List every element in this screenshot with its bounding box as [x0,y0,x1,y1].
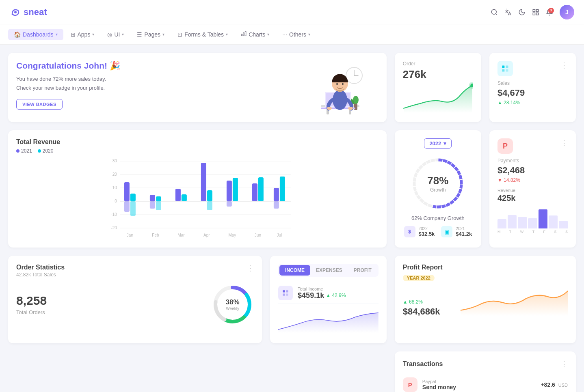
d-txn-menu[interactable]: ⋮ [560,360,568,368]
avatar[interactable]: J [560,5,574,19]
d-order-stats-card: Order Statistics 42.82k Total Sales ⋮ 8,… [8,256,262,343]
d-revenue-legend: 2021 2020 [16,148,379,154]
svg-rect-4 [536,9,539,11]
chevron-down-icon-forms: ▾ [226,32,228,37]
d-sales-menu[interactable]: ⋮ [560,61,568,70]
svg-rect-121 [124,182,130,201]
d-profit-title: Profit Report [403,264,568,271]
d-order-label: Order [403,61,473,67]
d-tab-expenses[interactable]: EXPENSES [310,265,348,276]
notification-badge: 3 [548,8,554,13]
svg-rect-7 [245,32,246,36]
notifications-button[interactable]: 3 [546,9,553,16]
d-growth-card: 2022 ▾ 78% Growth 62% Company Growth $ 2… [395,130,481,248]
d-os-body: 8,258 Total Orders 38% Weekly [16,283,254,326]
svg-rect-6 [536,13,539,15]
menu-label-charts: Charts [249,31,265,38]
translate-button[interactable] [504,9,512,16]
svg-rect-136 [227,201,232,207]
d-payments-trend: ▼ 14.82% [497,177,568,183]
d-os-title: Order Statistics [16,264,65,271]
d-growth-sub: Growth [427,187,448,193]
d-donut-pct: 38% [226,298,240,306]
d-rev-mini-label: Revenue [497,188,568,193]
d-growth-stats: $ 2022 $32.5k ▣ 2021 $41.2k [404,226,472,237]
d-txn-provider-p: Paypal [422,379,456,384]
svg-rect-9 [241,34,242,36]
svg-text:Apr: Apr [203,233,210,237]
svg-rect-157 [283,290,285,292]
d-tab-profit[interactable]: PROFIT [348,265,377,276]
d-os-number: 8,258 [16,294,47,308]
ui-icon: ◎ [107,31,112,38]
d-mini-bar-0 [497,219,506,228]
menu-item-charts[interactable]: Charts ▾ [235,28,275,40]
d-profit-amount: $84,686k [403,306,440,317]
d-txn-action-p: Send money [422,384,456,390]
svg-rect-124 [130,201,136,216]
chevron-down-icon-others: ▾ [308,32,310,37]
svg-point-99 [336,83,338,85]
d-mini-bar-6 [559,221,568,228]
svg-rect-139 [274,188,279,201]
svg-point-101 [327,107,332,110]
d-revenue-title: Total Revenue [16,138,379,146]
svg-rect-134 [227,181,232,201]
svg-point-1 [491,9,496,14]
svg-text:Jul: Jul [277,233,282,237]
d-rev-mini-day-labels: MTWTFSS [497,230,568,234]
d-growth-ring-text: 78% Growth [427,174,448,193]
others-icon: ··· [282,31,287,38]
menu-item-pages[interactable]: ☰ Pages ▾ [131,29,170,40]
charts-icon [241,31,247,38]
menu-item-ui[interactable]: ◎ UI ▾ [102,29,130,40]
d-illustration [305,63,379,122]
svg-text:0: 0 [115,199,117,203]
svg-rect-107 [506,66,508,68]
search-button[interactable] [491,9,498,16]
svg-rect-126 [156,196,161,201]
d-stat-icon-2021: ▣ [441,226,452,237]
d-profit-card: Profit Report YEAR 2022 ▲ 68.2% $84,686k [395,256,576,343]
d-income-value: $459.1k [298,291,324,300]
svg-text:10: 10 [112,185,117,190]
theme-toggle[interactable] [518,9,526,16]
d-payments-label: Payments [497,158,568,164]
menu-item-dashboards[interactable]: 🏠 Dashboards ▾ [8,29,63,40]
menu-item-apps[interactable]: ⊞ Apps ▾ [65,29,100,40]
d-hero-card: Congratulations John! 🎉 You have done 72… [8,53,387,122]
d-sales-label: Sales [497,80,568,86]
d-income-trend: ▲ 42.9% [326,293,346,298]
menu-label-apps: Apps [78,31,91,38]
svg-rect-140 [280,177,285,201]
menu-item-forms[interactable]: ⊡ Forms & Tables ▾ [172,29,234,40]
d-profit-trend: ▲ 68.2% [403,299,440,305]
svg-rect-130 [182,194,187,201]
d-mini-bar-3 [528,218,537,228]
d-txn-row-paypal: P Paypal Send money +82.6 USD [403,373,568,392]
menu-bar: 🏠 Dashboards ▾ ⊞ Apps ▾ ◎ UI ▾ ☰ Pages ▾… [0,24,584,45]
menu-label-others: Others [289,31,306,38]
svg-rect-3 [533,9,535,11]
home-icon: 🏠 [14,31,21,38]
d-txn-title: Transactions [403,360,443,368]
brand-logo[interactable]: sneat [10,6,47,18]
d-txn-header: Transactions ⋮ [403,360,568,368]
svg-rect-5 [533,13,535,15]
d-year-selector[interactable]: 2022 ▾ [424,138,452,149]
menu-item-others[interactable]: ··· Others ▾ [277,29,316,40]
svg-rect-127 [150,201,155,209]
d-income-chart [278,309,379,335]
svg-rect-158 [286,290,288,292]
d-mini-bar-2 [518,217,527,228]
d-os-menu[interactable]: ⋮ [247,264,254,273]
d-chevron-year: ▾ [443,140,446,146]
d-os-label: Total Orders [16,309,47,315]
chevron-down-icon-pages: ▾ [162,32,164,37]
d-view-badges-btn[interactable]: VIEW BADGES [16,99,63,110]
apps-grid-button[interactable] [532,9,539,16]
svg-rect-125 [150,195,155,201]
d-tab-income[interactable]: INCOME [279,265,310,276]
d-mini-bar-1 [508,215,517,228]
d-payments-menu[interactable]: ⋮ [560,138,568,147]
